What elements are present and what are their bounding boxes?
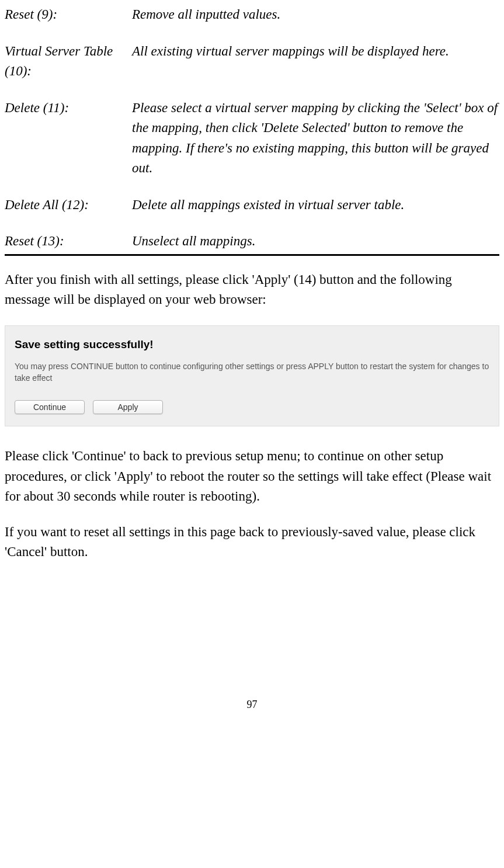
definition-term: Virtual Server Table (10):: [5, 41, 132, 82]
page-number: 97: [5, 697, 499, 713]
continue-button[interactable]: Continue: [15, 400, 85, 414]
save-dialog: Save setting successfully! You may press…: [5, 325, 499, 427]
definitions-list: Reset (9): Remove all inputted values. V…: [5, 5, 499, 252]
definition-term: Delete All (12):: [5, 195, 132, 216]
definition-row: Delete All (12): Delete all mappings exi…: [5, 195, 499, 216]
paragraph-cancel-info: If you want to reset all settings in thi…: [5, 522, 499, 563]
definition-description: Unselect all mappings.: [132, 231, 499, 252]
definition-term: Delete (11):: [5, 98, 132, 179]
dialog-title: Save setting successfully!: [15, 336, 489, 353]
definition-row: Reset (13): Unselect all mappings.: [5, 231, 499, 252]
definition-row: Delete (11): Please select a virtual ser…: [5, 98, 499, 179]
definition-description: Please select a virtual server mapping b…: [132, 98, 499, 179]
dialog-button-row: Continue Apply: [15, 400, 489, 414]
definition-row: Virtual Server Table (10): All existing …: [5, 41, 499, 82]
definition-description: Remove all inputted values.: [132, 5, 499, 25]
dialog-text: You may press CONTINUE button to continu…: [15, 361, 489, 384]
definition-term: Reset (9):: [5, 5, 132, 25]
definition-row: Reset (9): Remove all inputted values.: [5, 5, 499, 25]
paragraph-apply-intro: After you finish with all settings, plea…: [5, 270, 499, 310]
definition-description: Delete all mappings existed in virtual s…: [132, 195, 499, 216]
definition-description: All existing virtual server mappings wil…: [132, 41, 499, 82]
paragraph-continue-info: Please click 'Continue' to back to previ…: [5, 446, 499, 507]
apply-button[interactable]: Apply: [93, 400, 163, 414]
definition-term: Reset (13):: [5, 231, 132, 252]
section-separator: [5, 254, 499, 256]
